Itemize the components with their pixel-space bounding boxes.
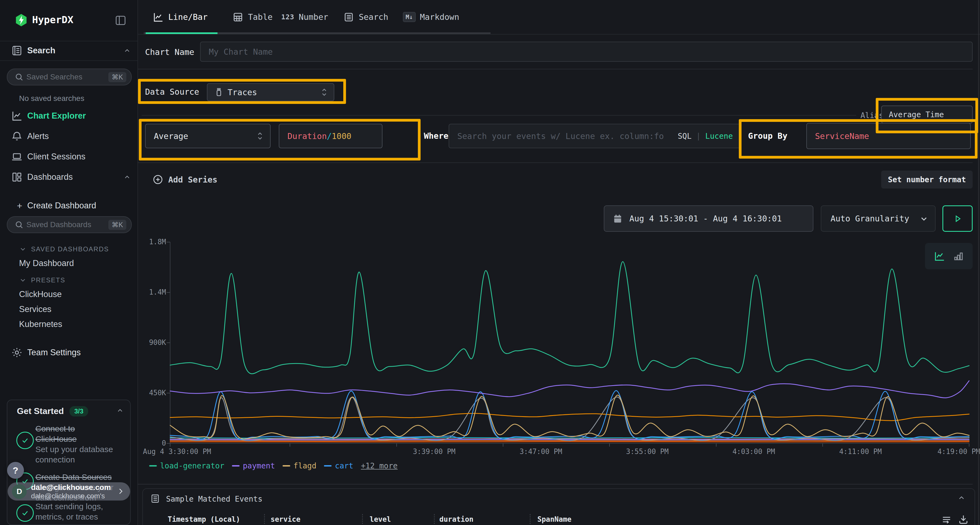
plus-icon: + xyxy=(17,200,22,211)
column-header-duration[interactable]: duration xyxy=(439,515,473,523)
column-resize-handle[interactable] xyxy=(530,514,531,524)
sidebar-item-chart-explorer[interactable]: Chart Explorer xyxy=(0,109,137,122)
user-account-chip[interactable]: D dale@clickhouse.com dale@clickhouse.co… xyxy=(8,482,130,501)
chart-legend: load-generator payment flagd cart +12 mo… xyxy=(149,462,398,470)
dashboard-link-my-dashboard[interactable]: My Dashboard xyxy=(19,259,74,268)
saved-dashboards-input[interactable]: Saved Dashboards ⌘K xyxy=(7,216,132,233)
column-header-level[interactable]: level xyxy=(370,515,391,523)
group-by-input[interactable]: ServiceName xyxy=(806,123,971,149)
tab-markdown[interactable]: M↓ Markdown xyxy=(403,0,459,34)
chevron-down-icon xyxy=(19,245,27,253)
value-token: 1000 xyxy=(332,132,352,141)
language-toggle[interactable]: SQL | Lucene xyxy=(678,132,733,141)
wrap-text-icon[interactable] xyxy=(941,514,952,525)
legend-swatch xyxy=(283,465,290,466)
column-resize-handle[interactable] xyxy=(362,514,363,524)
collapse-panel-chevron-icon[interactable] xyxy=(957,494,966,502)
x-tick-label: 3:39:00 PM xyxy=(393,447,475,456)
preset-link-kubernetes[interactable]: Kubernetes xyxy=(19,319,62,329)
preset-link-services[interactable]: Services xyxy=(19,305,51,314)
task-desc-line: Set up your database xyxy=(35,444,128,455)
chart-series-unnamed xyxy=(170,414,969,421)
sidebar-item-alerts[interactable]: Alerts xyxy=(0,130,137,143)
lucene-toggle[interactable]: Lucene xyxy=(705,132,733,141)
legend-item[interactable]: cart xyxy=(324,462,353,470)
sql-toggle[interactable]: SQL xyxy=(678,132,692,141)
timeseries-chart[interactable] xyxy=(163,241,975,450)
aggregation-select[interactable]: Average xyxy=(145,124,270,148)
alias-input[interactable]: Average Time xyxy=(881,106,973,124)
sample-events-title: Sample Matched Events xyxy=(166,495,262,503)
scrollbar[interactable] xyxy=(978,0,979,525)
add-series-button[interactable]: Add Series xyxy=(153,174,218,185)
tab-table[interactable]: Table xyxy=(232,0,272,34)
chart-series-unnamed xyxy=(170,439,969,440)
chart-line-icon xyxy=(10,109,24,122)
where-input[interactable]: Search your events w/ Lucene ex. column:… xyxy=(449,124,741,148)
create-dashboard-button[interactable]: + Create Dashboard xyxy=(0,199,137,212)
list-icon xyxy=(150,493,160,504)
data-source-select[interactable]: Traces xyxy=(207,83,334,101)
legend-more-link[interactable]: +12 more xyxy=(361,462,398,470)
doc-list-icon xyxy=(343,11,355,23)
sidebar-section-search[interactable]: Search xyxy=(0,44,137,57)
no-saved-searches-text: No saved searches xyxy=(19,94,84,103)
group-presets[interactable]: PRESETS xyxy=(19,276,65,284)
run-query-button[interactable] xyxy=(942,205,973,232)
laptop-icon xyxy=(10,150,24,163)
legend-item[interactable]: payment xyxy=(232,462,275,470)
y-tick-label: 450K xyxy=(142,389,166,397)
sidebar-item-team-settings[interactable]: Team Settings xyxy=(0,346,137,359)
download-icon[interactable] xyxy=(958,514,969,525)
preset-link-clickhouse[interactable]: ClickHouse xyxy=(19,289,62,299)
column-resize-handle[interactable] xyxy=(264,514,265,524)
layout-grid-icon xyxy=(10,171,24,184)
field-expression-input[interactable]: Duration/1000 xyxy=(279,124,382,148)
tab-search[interactable]: Search xyxy=(343,0,388,34)
hyperdx-logo-icon xyxy=(14,13,28,27)
tab-number[interactable]: 123 Number xyxy=(281,0,328,34)
chart-series-load-generator xyxy=(170,262,969,374)
help-button[interactable]: ? xyxy=(7,462,24,479)
granularity-select[interactable]: Auto Granularity xyxy=(821,205,935,232)
chart-name-input[interactable]: My Chart Name xyxy=(200,41,973,62)
tab-line-bar[interactable]: Line/Bar xyxy=(153,0,208,34)
task-title-line: ClickHouse xyxy=(35,434,128,444)
legend-item[interactable]: load-generator xyxy=(149,462,224,470)
date-range-picker[interactable]: Aug 4 15:30:01 - Aug 4 16:30:01 xyxy=(604,205,813,232)
column-resize-handle[interactable] xyxy=(434,514,435,524)
chevron-up-icon[interactable] xyxy=(116,407,124,414)
database-icon xyxy=(214,87,224,97)
check-circle-icon xyxy=(16,432,34,449)
sidebar-item-client-sessions[interactable]: Client Sessions xyxy=(0,150,137,163)
aggregation-value: Average xyxy=(154,132,188,141)
y-tick-label: 1.4M xyxy=(142,288,166,296)
task-desc-line: Start sending logs, xyxy=(35,501,129,512)
bell-icon xyxy=(10,130,24,143)
gear-icon xyxy=(10,346,24,359)
saved-searches-input[interactable]: Saved Searches ⌘K xyxy=(7,68,132,86)
collapse-sidebar-icon[interactable] xyxy=(115,14,127,27)
legend-swatch xyxy=(149,465,157,466)
get-started-title: Get Started xyxy=(17,406,64,416)
select-updown-icon xyxy=(256,131,264,141)
search-icon xyxy=(14,220,24,229)
chart-series-unnamed xyxy=(170,439,969,439)
y-tick-label: 0 xyxy=(142,439,166,447)
where-label: Where xyxy=(424,131,449,141)
x-tick-label: 3:47:00 PM xyxy=(500,447,582,456)
legend-item[interactable]: flagd xyxy=(283,462,316,470)
column-header-service[interactable]: service xyxy=(270,515,301,523)
column-header-timestamp[interactable]: Timestamp (Local) xyxy=(168,515,240,523)
user-subtitle: dale@clickhouse.com's xyxy=(31,492,111,500)
date-range-value: Aug 4 15:30:01 - Aug 4 16:30:01 xyxy=(629,214,782,223)
group-saved-dashboards[interactable]: SAVED DASHBOARDS xyxy=(19,245,109,253)
number-123-icon: 123 xyxy=(281,13,294,21)
saved-searches-placeholder: Saved Searches xyxy=(26,73,108,81)
journal-icon xyxy=(10,44,24,57)
chevron-up-icon xyxy=(123,47,132,54)
field-token: Duration xyxy=(288,132,327,141)
set-number-format-button[interactable]: Set number format xyxy=(881,171,973,189)
column-header-spanname[interactable]: SpanName xyxy=(538,515,571,523)
sidebar-item-dashboards[interactable]: Dashboards xyxy=(0,171,137,184)
